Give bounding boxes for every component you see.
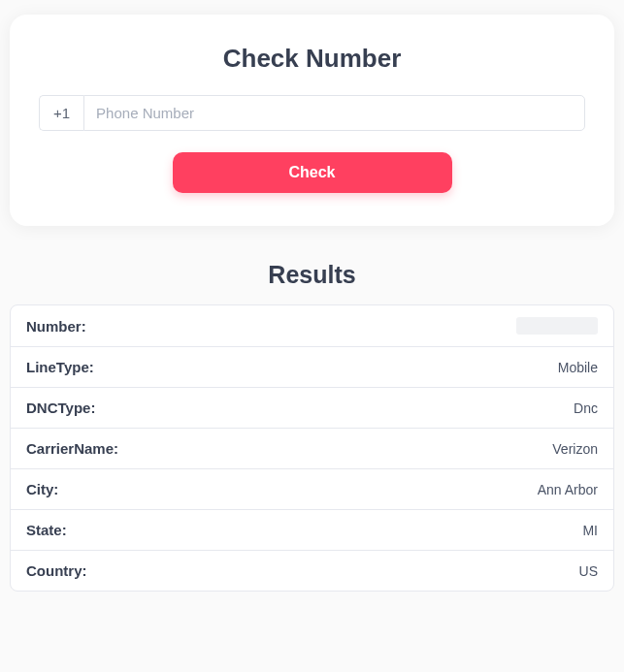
- result-row-number: Number:: [11, 305, 613, 347]
- result-label: Number:: [26, 318, 86, 335]
- phone-input-group: +1: [39, 95, 585, 131]
- result-label: DNCType:: [26, 400, 95, 416]
- results-table: Number: LineType: Mobile DNCType: Dnc Ca…: [10, 304, 614, 592]
- check-button[interactable]: Check: [173, 152, 452, 193]
- result-label: LineType:: [26, 359, 94, 375]
- form-title: Check Number: [39, 44, 585, 74]
- result-value-redacted: [516, 317, 598, 335]
- result-value: Mobile: [558, 360, 598, 375]
- result-label: City:: [26, 481, 58, 497]
- result-row-carriername: CarrierName: Verizon: [11, 429, 613, 469]
- result-label: CarrierName:: [26, 440, 118, 457]
- result-value: Ann Arbor: [538, 482, 598, 497]
- result-row-linetype: LineType: Mobile: [11, 347, 613, 388]
- result-row-country: Country: US: [11, 551, 613, 591]
- results-title: Results: [10, 261, 614, 289]
- result-label: Country:: [26, 562, 87, 579]
- phone-input[interactable]: [83, 95, 585, 131]
- result-label: State:: [26, 522, 67, 538]
- result-row-dnctype: DNCType: Dnc: [11, 388, 613, 429]
- check-number-card: Check Number +1 Check: [10, 15, 614, 226]
- country-prefix: +1: [39, 95, 83, 131]
- result-value: MI: [582, 523, 598, 538]
- button-row: Check: [39, 152, 585, 193]
- result-row-state: State: MI: [11, 510, 613, 551]
- result-row-city: City: Ann Arbor: [11, 469, 613, 510]
- result-value: Dnc: [574, 400, 598, 416]
- result-value: US: [579, 563, 598, 579]
- result-value: Verizon: [552, 441, 598, 457]
